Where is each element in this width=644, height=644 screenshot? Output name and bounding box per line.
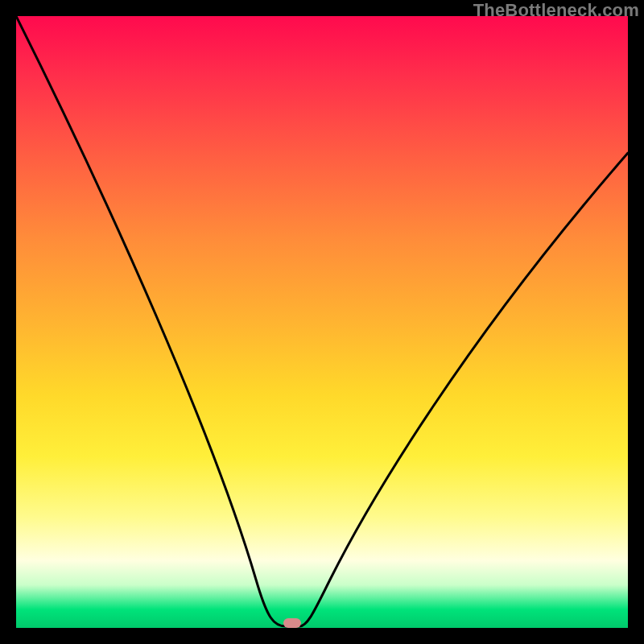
plot-area	[16, 16, 628, 628]
optimal-point-marker	[283, 618, 301, 628]
chart-frame: TheBottleneck.com	[0, 0, 644, 644]
curve-svg	[16, 16, 628, 628]
bottleneck-curve	[16, 16, 628, 626]
